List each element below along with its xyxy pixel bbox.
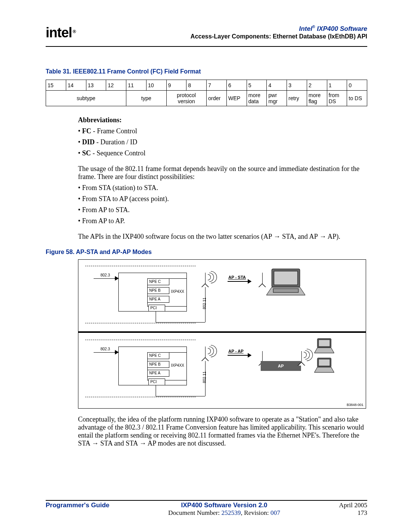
svg-marker-9 xyxy=(314,367,334,372)
field-cell: pwr mgr xyxy=(267,91,287,106)
pci-line xyxy=(156,312,156,322)
npe-c: NPE C xyxy=(147,352,169,359)
field-cell: more data xyxy=(247,91,267,106)
bit-cell: 1 xyxy=(327,80,347,91)
possibility-item: From STA to AP (access point). xyxy=(85,195,367,203)
possibility-item: From STA (station) to STA. xyxy=(85,184,367,192)
field-cell: type xyxy=(126,91,167,106)
bit-cell: 9 xyxy=(166,80,186,91)
pci-label: PCI xyxy=(148,379,165,385)
v-label-80211-top: 802.11 xyxy=(202,297,207,309)
chapter-title: Access-Layer Components: Ethernet Databa… xyxy=(191,33,367,40)
figure-id: B3848-001 xyxy=(347,403,363,407)
product-title: Intel® IXP400 Software xyxy=(191,25,367,33)
eth-label-top: 802.3 xyxy=(100,273,110,277)
bit-cell: 3 xyxy=(287,80,307,91)
paragraph-concept: Conceptually, the idea of the platform r… xyxy=(78,415,367,448)
footer-left: Programmer's Guide xyxy=(46,502,110,517)
svg-rect-5 xyxy=(319,340,330,347)
bit-cell: 2 xyxy=(307,80,327,91)
product-suffix: IXP400 Software xyxy=(315,25,367,32)
footer-page: 173 xyxy=(339,509,367,517)
laptop-icon xyxy=(314,357,335,373)
ixp-inner: NPE C NPE B NPE A IXP4XX xyxy=(147,352,187,380)
figure-diagram: 802.3 NPE C NPE B NPE A IXP4XX PCI 802.1… xyxy=(78,259,366,409)
field-cell: more flag xyxy=(307,91,327,106)
svg-marker-6 xyxy=(314,348,334,353)
npe-a: NPE A xyxy=(147,296,169,303)
dashed-boundary xyxy=(85,323,196,323)
pci-to-ant-line xyxy=(156,322,205,323)
laptop-icon xyxy=(265,267,307,297)
revision-value: 007 xyxy=(271,509,280,516)
bit-cell: 7 xyxy=(207,80,227,91)
eth-label-bot: 802.3 xyxy=(100,347,110,351)
ixp-label: IXP4XX xyxy=(171,289,184,294)
page-footer: Programmer's Guide IXP400 Software Versi… xyxy=(46,500,367,517)
table-caption: Table 31. IEEE802.11 Frame Control (FC) … xyxy=(46,68,367,75)
field-cell: WEP xyxy=(226,91,247,106)
intel-logo: intel® xyxy=(46,25,76,41)
bit-cell: 0 xyxy=(347,80,367,91)
possibility-item: From AP to STA. xyxy=(85,206,367,214)
paragraph-focus: The APIs in the IXP400 software focus on… xyxy=(78,233,367,241)
field-cell: retry xyxy=(287,91,307,106)
revision-prefix: , Revision: xyxy=(241,509,271,516)
svg-rect-3 xyxy=(273,289,298,292)
field-cell: from DS xyxy=(327,91,347,106)
docnum-prefix: Document Number: xyxy=(168,509,221,516)
paragraph-usage: The usage of the 802.11 frame format dep… xyxy=(78,165,367,181)
ixp-box-bot: NPE C NPE B NPE A IXP4XX PCI xyxy=(118,347,187,385)
figure-caption: Figure 58. AP-STA and AP-AP Modes xyxy=(46,249,367,256)
footer-version: IXP400 Software Version 2.0 xyxy=(110,502,339,509)
figure-divider xyxy=(78,331,366,333)
dashed-boundary xyxy=(85,266,196,266)
mode-label-ap-ap: AP - AP xyxy=(228,349,244,353)
page-header: intel® Intel® IXP400 Software Access-Lay… xyxy=(46,25,367,46)
bit-cell: 13 xyxy=(86,80,106,91)
mode-arrow xyxy=(228,355,251,356)
dashed-boundary xyxy=(85,340,196,340)
bit-cell: 11 xyxy=(126,80,147,91)
svg-rect-1 xyxy=(274,271,298,285)
npe-c: NPE C xyxy=(147,278,169,285)
ap-label: AP xyxy=(278,364,284,368)
ixp-inner: NPE C NPE B NPE A IXP4XX xyxy=(147,278,187,307)
v-label-80211-bot: 802.11 xyxy=(202,371,207,383)
registered-mark-small: ® xyxy=(312,25,315,29)
abbr-item: SC - Sequence Control xyxy=(85,149,367,157)
npe-a: NPE A xyxy=(147,370,169,377)
pci-to-ant-line xyxy=(156,396,205,396)
bit-cell: 14 xyxy=(66,80,86,91)
field-cell: protocol version xyxy=(166,91,207,106)
logo-text: intel xyxy=(46,25,72,40)
field-cell: order xyxy=(207,91,227,106)
possibility-item: From AP to AP. xyxy=(85,217,367,225)
pci-line xyxy=(156,385,156,396)
bit-cell: 10 xyxy=(146,80,166,91)
pci-label: PCI xyxy=(148,305,165,312)
footer-rule xyxy=(46,500,367,501)
bit-cell: 12 xyxy=(106,80,126,91)
laptop-icon xyxy=(314,338,335,354)
mode-label-ap-sta: AP - STA xyxy=(228,275,246,280)
ixp-box-top: NPE C NPE B NPE A IXP4XX PCI xyxy=(118,273,187,312)
npe-b: NPE B xyxy=(147,361,169,368)
bit-cell: 15 xyxy=(46,80,66,91)
possibilities-list: From STA (station) to STA.From STA to AP… xyxy=(78,184,367,225)
eth-arrow xyxy=(115,278,118,279)
product-name: Intel xyxy=(299,25,312,32)
dashed-boundary xyxy=(85,397,196,397)
field-cell: subtype xyxy=(46,91,126,106)
field-label-row: subtypetypeprotocol versionorderWEPmore … xyxy=(46,91,367,106)
field-cell: to DS xyxy=(347,91,367,106)
abbr-item: DID - Duration / ID xyxy=(85,138,367,146)
npe-b: NPE B xyxy=(147,287,169,294)
mode-arrow xyxy=(228,281,251,282)
fc-field-table: 1514131211109876543210 subtypetypeprotoc… xyxy=(46,80,367,106)
ixp-label: IXP4XX xyxy=(171,363,184,367)
abbreviations-list: FC - Frame ControlDID - Duration / IDSC … xyxy=(78,127,367,157)
bit-cell: 5 xyxy=(247,80,267,91)
bit-cell: 4 xyxy=(267,80,287,91)
bit-number-row: 1514131211109876543210 xyxy=(46,80,367,91)
